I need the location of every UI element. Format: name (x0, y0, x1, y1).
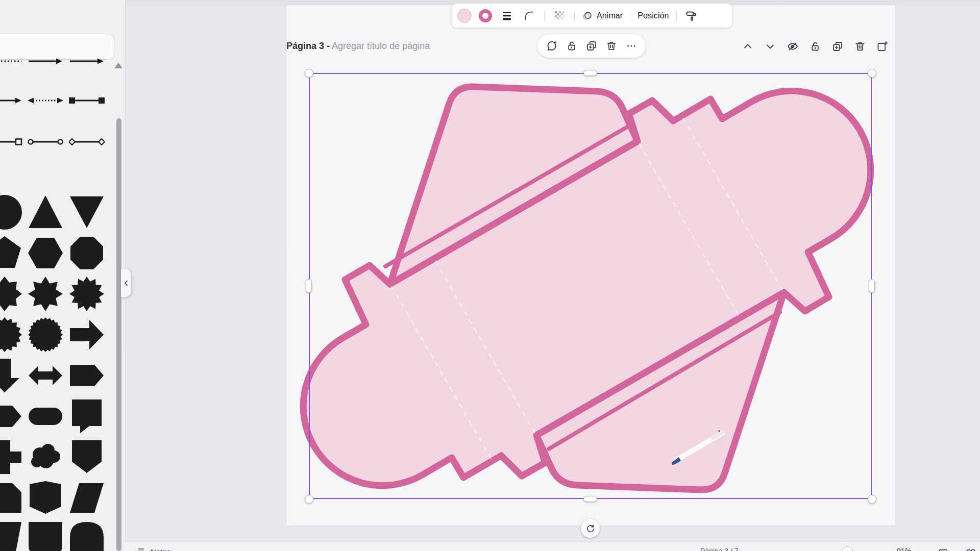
zoom-level: 91% (897, 547, 911, 551)
move-down-icon (764, 40, 776, 53)
resize-handle-top-right[interactable] (868, 69, 876, 78)
duplicate-button[interactable] (584, 38, 599, 54)
zoom-slider-thumb[interactable] (842, 546, 853, 551)
border-weight-icon (501, 10, 512, 21)
resize-handle-bottom-left[interactable] (305, 495, 313, 504)
transparency-button[interactable] (552, 8, 567, 23)
more-button[interactable] (624, 38, 639, 54)
delete-button[interactable] (604, 38, 619, 54)
toolbar-divider (630, 10, 630, 21)
duplicate-icon (831, 40, 844, 53)
duplicate-button[interactable] (830, 39, 845, 54)
resize-handle-top-left[interactable] (305, 69, 313, 78)
unlock-button[interactable] (807, 39, 823, 54)
transparency-icon (554, 10, 565, 21)
element-toolbar: Animar Posición (452, 4, 732, 28)
resize-handle-left[interactable] (306, 279, 312, 293)
resize-handle-top[interactable] (583, 70, 597, 76)
fill-color-button[interactable] (457, 9, 472, 23)
toolbar-divider (574, 10, 575, 21)
page-quick-actions (537, 34, 646, 58)
move-up-button[interactable] (740, 39, 755, 54)
corner-rounding-button[interactable] (522, 8, 537, 23)
unlock-icon (809, 40, 821, 53)
delete-button[interactable] (852, 39, 868, 54)
add-page-icon (876, 40, 889, 53)
page-number-label: Página 3 - (286, 41, 330, 51)
paint-roller-icon (685, 10, 698, 22)
delete-icon (605, 40, 618, 52)
animate-button[interactable]: Animar (582, 10, 623, 21)
copy-style-button[interactable] (684, 8, 699, 23)
rotate-handle[interactable] (581, 519, 600, 538)
animate-label: Animar (597, 11, 623, 20)
resize-handle-bottom-right[interactable] (868, 495, 876, 504)
grid-view-icon (965, 548, 976, 551)
notes-label: Notas (151, 547, 170, 551)
border-color-button[interactable] (479, 9, 492, 22)
toolbar-divider (544, 10, 545, 21)
notes-button[interactable]: Notas (137, 546, 170, 551)
resize-handle-bottom[interactable] (583, 496, 597, 502)
bottom-bar: Notas Página 3 / 7 91% (125, 542, 980, 551)
add-comment-icon (546, 40, 558, 52)
unlock-button[interactable] (564, 38, 579, 54)
position-button[interactable]: Posición (638, 11, 669, 20)
resize-handle-right[interactable] (869, 279, 875, 293)
page-title-placeholder: Agregar título de página (332, 41, 430, 51)
fullscreen-button[interactable] (936, 546, 951, 551)
page-actions (740, 39, 890, 54)
animate-icon (582, 10, 593, 21)
hide-icon (787, 40, 799, 53)
page-title[interactable]: Página 3 - Agregar título de página (286, 41, 430, 52)
add-page-button[interactable] (875, 39, 890, 54)
grid-view-button[interactable] (963, 546, 978, 551)
hide-button[interactable] (785, 39, 800, 54)
corner-rounding-icon (524, 10, 535, 21)
fullscreen-icon (938, 548, 949, 551)
unlock-icon (566, 40, 578, 52)
rotate-icon (586, 524, 595, 533)
toolbar-divider (676, 10, 677, 21)
move-up-icon (742, 40, 754, 53)
notes-icon (137, 546, 147, 551)
selection-box (309, 73, 872, 499)
duplicate-icon (585, 40, 598, 52)
move-down-button[interactable] (763, 39, 778, 54)
delete-icon (854, 40, 866, 53)
add-comment-button[interactable] (544, 38, 559, 54)
more-icon (625, 40, 638, 52)
page-indicator: Página 3 / 7 (700, 547, 739, 551)
position-label: Posición (638, 11, 669, 20)
border-weight-button[interactable] (499, 8, 514, 23)
